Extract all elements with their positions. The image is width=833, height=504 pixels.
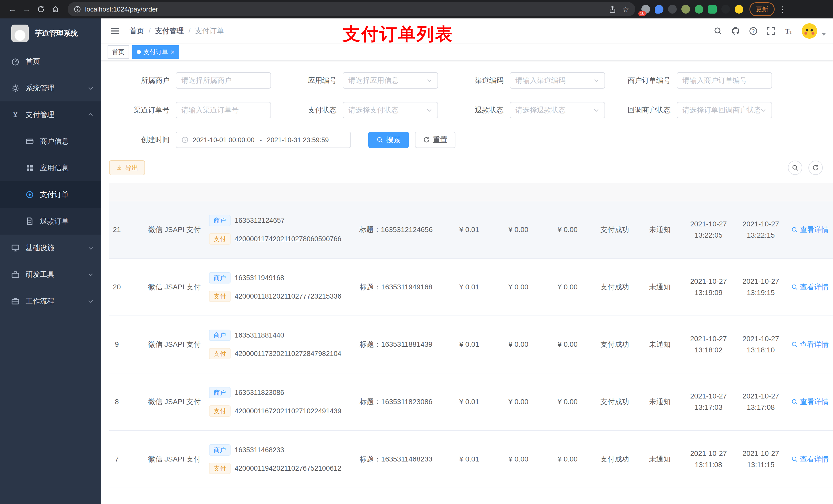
tag-home[interactable]: 首页	[108, 45, 129, 58]
cell-pay-time: 2021-10-27 13:17:08	[735, 390, 787, 413]
gear-icon	[11, 84, 20, 92]
sidebar-item-dev-tools[interactable]: 研发工具	[0, 261, 101, 288]
browser-update-button[interactable]: 更新	[749, 2, 775, 16]
view-detail-link[interactable]: 查看详情	[791, 282, 829, 292]
fullscreen-icon[interactable]	[766, 27, 775, 35]
owner-merchant-input[interactable]	[181, 76, 265, 85]
view-detail-link[interactable]: 查看详情	[791, 397, 829, 407]
extension-icon[interactable]	[735, 5, 743, 14]
breadcrumb-payment[interactable]: 支付管理	[155, 26, 184, 36]
tag-label: 支付订单	[143, 48, 168, 56]
avatar-caret-icon[interactable]	[822, 33, 826, 35]
close-icon[interactable]: ×	[171, 49, 174, 55]
back-icon[interactable]: ←	[5, 2, 20, 16]
cell-actions: 查看详情	[787, 397, 833, 407]
date-separator: -	[259, 136, 263, 144]
sidebar-item-refund-order[interactable]: 退款订单	[0, 208, 101, 235]
font-size-icon[interactable]: TT	[784, 27, 793, 35]
app-no-select[interactable]: 请选择应用信息	[343, 72, 438, 89]
github-icon[interactable]	[731, 26, 740, 35]
cell-title: 标题：1635311823086	[347, 397, 445, 407]
field-label: 渠道编码	[443, 75, 510, 85]
avatar[interactable]	[802, 23, 817, 39]
home-icon[interactable]	[48, 2, 63, 16]
search-button[interactable]: 搜索	[368, 131, 409, 148]
sidebar-item-home[interactable]: 首页	[0, 48, 101, 75]
grid-icon	[26, 164, 34, 172]
field-label: 所属商户	[109, 75, 176, 85]
breadcrumb-separator: /	[189, 27, 191, 35]
cell-title: 标题：1635311468233	[347, 454, 445, 464]
extension-icon[interactable]	[695, 5, 704, 14]
reload-icon[interactable]	[34, 2, 48, 16]
browser-menu-icon[interactable]: ⋮	[779, 5, 786, 14]
sidebar-item-merchant-info[interactable]: 商户信息	[0, 128, 101, 155]
field-label: 回调商户状态	[610, 105, 677, 115]
sidebar-item-pay-order[interactable]: 支付订单	[0, 181, 101, 208]
export-button[interactable]: 导出	[109, 160, 145, 175]
channel-code-select[interactable]: 请输入渠道编码	[510, 72, 605, 89]
date-range-picker[interactable]: 2021-10-01 00:00:00 - 2021-10-31 23:59:5…	[176, 131, 351, 148]
sidebar-item-system[interactable]: 系统管理	[0, 75, 101, 101]
sidebar-item-workflow[interactable]: 工作流程	[0, 288, 101, 314]
refresh-table-button[interactable]	[808, 161, 823, 175]
field-channel-order-no: 渠道订单号	[109, 102, 271, 118]
cell-refund: ¥ 0.00	[543, 455, 592, 463]
merchant-tag: 商户	[209, 387, 231, 398]
tag-label: 首页	[112, 48, 124, 56]
sidebar-item-app-info[interactable]: 应用信息	[0, 155, 101, 181]
cell-create-time: 2021-10-27 13:22:05	[682, 218, 735, 241]
channel-order-no-input[interactable]	[181, 106, 265, 114]
cell-notify-status: 未通知	[637, 340, 682, 349]
field-label: 商户订单编号	[610, 75, 677, 85]
cell-notify-status: 未通知	[637, 397, 682, 407]
cell-channel: 微信 JSAPI 支付	[145, 225, 204, 235]
search-icon	[791, 226, 798, 233]
cell-pay-status: 支付成功	[592, 282, 637, 292]
tag-pay-order[interactable]: 支付订单 ×	[132, 45, 179, 58]
cell-refund: ¥ 0.00	[543, 225, 592, 234]
forward-icon[interactable]: →	[20, 2, 34, 16]
pay-status-select[interactable]: 请选择支付状态	[343, 102, 438, 118]
extension-icon[interactable]	[721, 5, 730, 14]
header-actions: ? TT	[714, 23, 833, 39]
refund-status-select[interactable]: 请选择退款状态	[510, 102, 605, 118]
reset-button[interactable]: 重置	[415, 131, 455, 148]
view-detail-link[interactable]: 查看详情	[791, 225, 829, 235]
view-detail-link[interactable]: 查看详情	[791, 454, 829, 464]
hamburger-icon	[110, 27, 119, 35]
sidebar-item-payment[interactable]: ¥ 支付管理	[0, 101, 101, 128]
merchant-order-no-input[interactable]	[682, 76, 766, 85]
chevron-down-icon	[426, 77, 432, 83]
merchant-order-no: 1635312124657	[235, 217, 285, 224]
notify-status-select[interactable]: 请选择订单回调商户状态	[677, 102, 772, 118]
breadcrumb-home[interactable]: 首页	[129, 26, 144, 36]
sidebar-item-label: 支付订单	[40, 190, 69, 199]
help-icon[interactable]: ?	[749, 27, 758, 35]
sidebar-item-label: 退款订单	[40, 216, 69, 226]
address-bar[interactable]: localhost:1024/pay/order ☆	[68, 2, 635, 16]
cell-pay-status: 支付成功	[592, 397, 637, 407]
extension-icon[interactable]: 10	[641, 5, 650, 14]
date-start: 2021-10-01 00:00:00	[193, 136, 254, 144]
extension-icon[interactable]	[655, 5, 663, 14]
sidebar-item-infrastructure[interactable]: 基础设施	[0, 235, 101, 261]
extension-icon[interactable]	[668, 5, 677, 14]
field-pay-status: 支付状态 请选择支付状态	[276, 102, 438, 118]
date-end: 2021-10-31 23:59:59	[267, 136, 329, 144]
extension-icon[interactable]	[708, 5, 717, 14]
merchant-tag: 商户	[209, 215, 231, 226]
view-detail-link[interactable]: 查看详情	[791, 340, 829, 349]
toggle-search-button[interactable]	[788, 161, 802, 175]
chevron-down-icon	[88, 245, 94, 251]
sidebar-logo[interactable]: 芋道管理系统	[0, 19, 101, 48]
bookmark-star-icon[interactable]: ☆	[622, 5, 629, 14]
search-icon[interactable]	[714, 27, 722, 35]
hamburger-icon[interactable]	[110, 27, 119, 35]
search-icon	[791, 399, 798, 405]
table-body: 21 微信 JSAPI 支付 商户 1635312124657 支付 42000…	[109, 201, 833, 488]
merchant-order-no: 1635311823086	[235, 389, 284, 397]
extension-icon[interactable]	[681, 5, 690, 14]
pay-order-no: 4200001167202110271022491439	[235, 407, 341, 415]
share-icon[interactable]	[609, 5, 616, 13]
